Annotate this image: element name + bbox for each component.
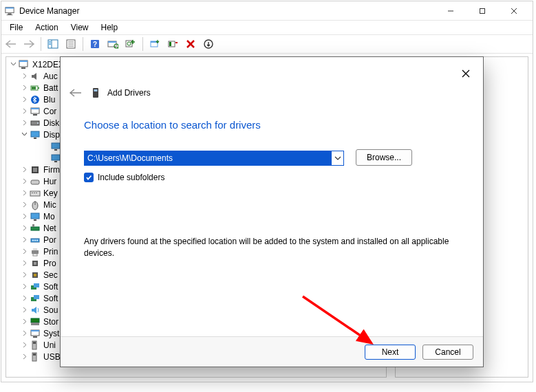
chevron-right-icon[interactable] (20, 259, 28, 268)
enable-device-button[interactable] (200, 36, 217, 52)
svg-line-21 (118, 47, 118, 49)
tree-node-label: Cor (43, 107, 56, 116)
device-category-icon (30, 258, 41, 269)
svg-rect-33 (19, 61, 28, 62)
chevron-right-icon[interactable] (20, 72, 28, 80)
svg-rect-45 (34, 138, 36, 139)
next-button[interactable]: Next (365, 345, 416, 360)
help-button[interactable]: ? (87, 36, 103, 52)
show-hide-tree-button[interactable] (45, 36, 61, 52)
menu-file[interactable]: File (4, 21, 28, 34)
device-category-icon (30, 118, 41, 129)
nav-forward-button[interactable] (21, 36, 37, 52)
chevron-right-icon[interactable] (20, 294, 28, 303)
svg-rect-5 (480, 8, 485, 13)
scan-hardware-button[interactable] (105, 36, 121, 52)
svg-rect-40 (31, 108, 39, 109)
svg-rect-53 (30, 191, 40, 196)
tree-node-label: Por (43, 235, 56, 245)
tree-node-label: Firm (43, 165, 60, 175)
tree-node-label: Key (43, 188, 58, 198)
svg-rect-86 (33, 353, 36, 356)
chevron-right-icon[interactable] (20, 189, 28, 197)
svg-rect-54 (32, 193, 33, 193)
device-category-icon (30, 199, 41, 210)
chevron-right-icon[interactable] (20, 329, 28, 338)
menu-view[interactable]: View (65, 21, 94, 34)
chevron-right-icon[interactable] (20, 353, 28, 361)
svg-rect-67 (32, 250, 39, 254)
svg-rect-79 (31, 323, 39, 325)
device-category-icon (30, 293, 41, 304)
update-driver-button[interactable] (147, 36, 163, 52)
chevron-right-icon[interactable] (20, 119, 28, 127)
chevron-right-icon[interactable] (20, 306, 28, 314)
chevron-right-icon[interactable] (20, 84, 28, 92)
nav-back-button[interactable] (3, 36, 19, 52)
maximize-button[interactable] (467, 1, 498, 21)
device-category-icon (30, 340, 41, 351)
browse-button[interactable]: Browse... (356, 149, 412, 166)
svg-rect-71 (34, 262, 36, 265)
svg-rect-73 (34, 274, 36, 276)
device-category-icon (30, 270, 41, 281)
tree-node-label: Pro (43, 259, 56, 268)
minimize-button[interactable] (435, 1, 467, 21)
device-category-icon (30, 305, 41, 316)
window-title: Device Manager (19, 6, 435, 16)
tree-node-label: Disp (43, 130, 60, 140)
chevron-right-icon[interactable] (20, 283, 28, 291)
include-subfolders-checkbox[interactable] (84, 173, 94, 182)
device-category-icon (30, 94, 41, 105)
svg-rect-41 (33, 114, 37, 116)
chevron-right-icon[interactable] (20, 96, 28, 104)
chevron-right-icon[interactable] (20, 341, 28, 349)
device-category-icon (30, 129, 41, 140)
svg-rect-62 (32, 224, 34, 227)
chevron-right-icon[interactable] (20, 271, 28, 279)
next-button-label: Next (382, 347, 399, 357)
dialog-heading: Choose a location to search for drivers (84, 119, 261, 131)
chevron-right-icon[interactable] (20, 213, 28, 221)
chevron-down-icon[interactable] (20, 131, 28, 139)
dialog-close-button[interactable] (455, 64, 476, 83)
dialog-title-text: Add Drivers (107, 88, 151, 98)
tree-node-label: Soft (43, 294, 58, 303)
uninstall-device-button[interactable] (164, 36, 181, 52)
menu-help[interactable]: Help (96, 21, 124, 34)
path-input[interactable] (85, 151, 331, 165)
menu-action[interactable]: Action (30, 21, 63, 34)
svg-point-66 (36, 239, 38, 241)
svg-rect-75 (34, 283, 39, 287)
add-driver-button[interactable] (122, 36, 139, 52)
svg-rect-77 (34, 295, 39, 299)
svg-rect-1 (6, 7, 14, 8)
menu-bar: File Action View Help (1, 21, 533, 34)
svg-point-43 (37, 122, 39, 124)
chevron-right-icon[interactable] (20, 248, 28, 256)
chevron-right-icon[interactable] (20, 201, 28, 209)
svg-rect-11 (49, 43, 51, 45)
close-button[interactable] (498, 1, 530, 21)
chevron-right-icon[interactable] (20, 224, 28, 232)
device-category-icon (30, 106, 41, 117)
svg-text:?: ? (93, 41, 97, 48)
tree-node-label: Sou (43, 305, 58, 315)
chevron-right-icon[interactable] (20, 177, 28, 186)
path-combobox[interactable] (84, 151, 344, 166)
properties-button[interactable] (63, 36, 79, 52)
chevron-right-icon[interactable] (20, 107, 28, 116)
cancel-button[interactable]: Cancel (422, 345, 473, 360)
include-subfolders-label: Include subfolders (98, 173, 164, 182)
chevron-down-icon[interactable] (9, 61, 17, 69)
device-category-icon (30, 211, 41, 222)
chevron-right-icon[interactable] (20, 236, 28, 244)
chevron-right-icon[interactable] (20, 166, 28, 174)
tree-node-label: Net (43, 224, 56, 233)
dropdown-button[interactable] (331, 151, 343, 165)
tree-node-label: Auc (43, 72, 58, 81)
device-category-icon (30, 176, 41, 187)
chevron-right-icon[interactable] (20, 318, 28, 326)
back-button[interactable] (67, 85, 84, 101)
disable-device-button[interactable] (182, 36, 199, 52)
